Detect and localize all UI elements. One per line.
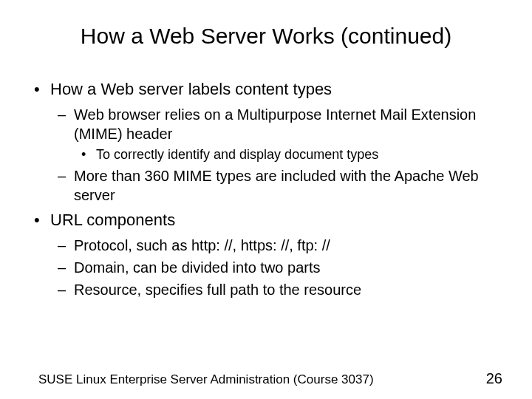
page-number: 26	[486, 370, 502, 387]
bullet-sublist: Protocol, such as http: //, https: //, f…	[50, 236, 502, 299]
slide-title: How a Web Server Works (continued)	[30, 24, 502, 49]
bullet-text: How a Web server labels content types	[50, 80, 332, 98]
bullet-lvl2: Resource, specifies full path to the res…	[74, 280, 502, 299]
bullet-sublist: Web browser relies on a Multipurpose Int…	[50, 105, 502, 205]
bullet-text: Web browser relies on a Multipurpose Int…	[74, 106, 476, 142]
slide: How a Web Server Works (continued) How a…	[0, 0, 532, 299]
bullet-subsublist: To correctly identify and display docume…	[74, 146, 502, 163]
bullet-text: To correctly identify and display docume…	[96, 147, 378, 162]
footer: SUSE Linux Enterprise Server Administrat…	[0, 370, 532, 387]
bullet-text: Domain, can be divided into two parts	[74, 259, 321, 276]
bullet-text: More than 360 MIME types are included wi…	[74, 168, 479, 203]
bullet-text: URL components	[50, 211, 175, 229]
bullet-lvl3: To correctly identify and display docume…	[96, 146, 502, 163]
bullet-text: Protocol, such as http: //, https: //, f…	[74, 237, 330, 253]
bullet-lvl2: Protocol, such as http: //, https: //, f…	[74, 236, 502, 255]
footer-text: SUSE Linux Enterprise Server Administrat…	[38, 372, 374, 387]
bullet-lvl2: Web browser relies on a Multipurpose Int…	[74, 105, 502, 163]
bullet-lvl1: How a Web server labels content types We…	[50, 78, 502, 205]
bullet-lvl2: More than 360 MIME types are included wi…	[74, 166, 502, 205]
bullet-list: How a Web server labels content types We…	[30, 78, 502, 299]
bullet-lvl2: Domain, can be divided into two parts	[74, 258, 502, 277]
bullet-text: Resource, specifies full path to the res…	[74, 282, 361, 298]
bullet-lvl1: URL components Protocol, such as http: /…	[50, 209, 502, 299]
